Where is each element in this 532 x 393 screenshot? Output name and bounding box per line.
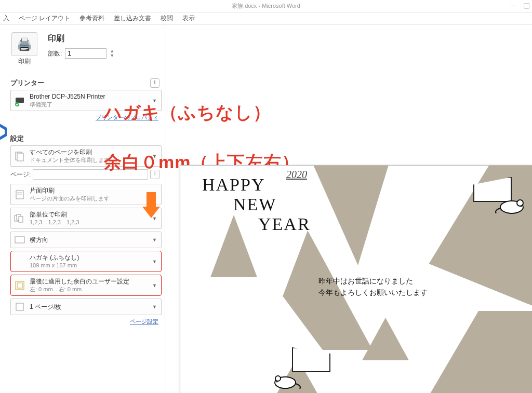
happy-new-year-text: HAPPY NEW YEAR bbox=[202, 175, 311, 234]
decor-triangle bbox=[397, 311, 532, 393]
minimize-icon[interactable]: — bbox=[510, 1, 517, 9]
paper-icon bbox=[14, 256, 25, 267]
svg-rect-2 bbox=[16, 98, 24, 103]
svg-rect-5 bbox=[17, 153, 23, 161]
tab-mailings[interactable]: 差し込み文書 bbox=[114, 14, 151, 23]
landscape-icon bbox=[14, 234, 25, 246]
margins-select[interactable]: 最後に適用した余白のユーザー設定左: 0 mm 右: 0 mm ▼ bbox=[10, 275, 162, 296]
annotation-hagaki: ハガキ（ふちなし） bbox=[104, 101, 271, 125]
chevron-down-icon: ▼ bbox=[152, 304, 157, 309]
title-bar: 家族.docx - Microsoft Word — ▢ bbox=[0, 0, 532, 12]
page-setup-link[interactable]: ページ設定 bbox=[10, 318, 158, 326]
page-preview: HAPPY NEW YEAR 2020 昨年中はお世話になりました 今年もよろし… bbox=[180, 165, 532, 393]
greeting-text: 昨年中はお世話になりました 今年もよろしくお願いいたします bbox=[318, 276, 428, 298]
printer-status-icon bbox=[14, 95, 25, 106]
chevron-down-icon: ▼ bbox=[152, 283, 157, 288]
decor-triangle bbox=[312, 165, 397, 265]
copies-label: 部数: bbox=[48, 49, 62, 58]
svg-rect-12 bbox=[15, 237, 24, 243]
svg-rect-13 bbox=[16, 281, 24, 290]
collate-select[interactable]: 部単位で印刷1,2,3 1,2,3 1,2,3 ▼ bbox=[10, 208, 162, 229]
print-settings-panel: 🖨️ 印刷 印刷 部数: ▲▼ プリンター i Brother DCP-J525… bbox=[0, 25, 165, 393]
margins-icon bbox=[14, 280, 25, 291]
chevron-down-icon: ▼ bbox=[152, 237, 157, 242]
tab-insert[interactable]: 入 bbox=[3, 14, 9, 23]
info-icon[interactable]: i bbox=[150, 78, 159, 88]
spinner-icon[interactable]: ▲▼ bbox=[110, 49, 114, 58]
pages-label: ページ: bbox=[10, 170, 31, 179]
svg-point-17 bbox=[517, 200, 523, 206]
svg-point-3 bbox=[15, 102, 19, 106]
mouse-icon bbox=[494, 196, 527, 215]
pages-icon bbox=[14, 151, 25, 162]
sides-select[interactable]: 片面印刷ページの片面のみを印刷します ▼ bbox=[10, 184, 162, 205]
print-button-label: 印刷 bbox=[10, 57, 38, 66]
printer-section-title: プリンター i bbox=[10, 78, 162, 88]
print-button[interactable]: 🖨️ 印刷 bbox=[10, 32, 38, 66]
tab-view[interactable]: 表示 bbox=[182, 14, 195, 23]
collapse-tab-icon[interactable] bbox=[0, 124, 9, 140]
svg-rect-6 bbox=[16, 191, 23, 199]
cheese-icon bbox=[292, 347, 330, 372]
ribbon-tabs: 入 ページ レイアウト 参考資料 差し込み文書 校閲 表示 bbox=[0, 12, 532, 25]
tab-references[interactable]: 参考資料 bbox=[79, 14, 104, 23]
tab-page-layout[interactable]: ページ レイアウト bbox=[19, 14, 70, 23]
arrow-down-icon bbox=[142, 192, 160, 219]
collate-icon bbox=[14, 213, 25, 224]
paper-size-select[interactable]: ハガキ (ふちなし)109 mm x 157 mm ▼ bbox=[10, 251, 162, 272]
svg-rect-15 bbox=[16, 303, 23, 310]
pages-per-sheet-select[interactable]: 1 ページ/枚 ▼ bbox=[10, 299, 162, 315]
decor-triangle bbox=[362, 318, 409, 360]
svg-rect-11 bbox=[19, 216, 23, 222]
copies-input[interactable] bbox=[65, 48, 107, 59]
svg-point-20 bbox=[275, 376, 281, 381]
print-heading: 印刷 bbox=[48, 33, 114, 44]
maximize-icon[interactable]: ▢ bbox=[523, 1, 530, 9]
orientation-select[interactable]: 横方向 ▼ bbox=[10, 232, 162, 248]
settings-section-title: 設定 bbox=[10, 134, 162, 143]
year-2020: 2020 bbox=[286, 169, 307, 181]
single-side-icon bbox=[14, 189, 25, 200]
print-preview-area: ハガキ（ふちなし） 余白０mm（上下左右） 余白 余白 HAPPY NEW YE… bbox=[165, 25, 532, 393]
chevron-down-icon: ▼ bbox=[152, 259, 157, 264]
svg-point-18 bbox=[520, 205, 522, 207]
tab-review[interactable]: 校閲 bbox=[161, 14, 173, 23]
page-per-sheet-icon bbox=[14, 301, 25, 313]
printer-name: Brother DCP-J525N Printer bbox=[30, 92, 158, 101]
printer-icon: 🖨️ bbox=[17, 37, 32, 51]
window-title: 家族.docx - Microsoft Word bbox=[232, 2, 300, 10]
svg-point-21 bbox=[276, 381, 278, 383]
mouse-icon bbox=[272, 370, 303, 391]
